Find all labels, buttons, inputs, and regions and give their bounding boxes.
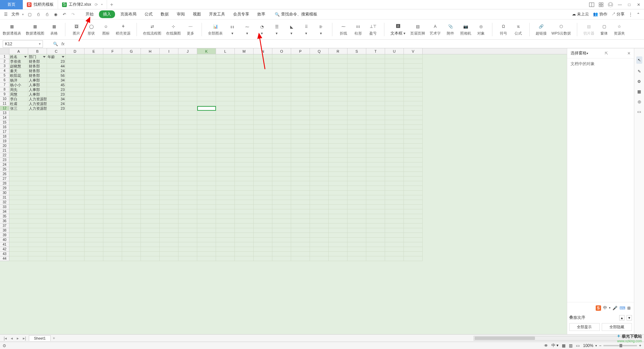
sheet-nav-first[interactable]: |◂ [3, 336, 8, 341]
record-macro-icon[interactable]: ⊙ [3, 343, 6, 348]
rib-cloud-data[interactable]: ⬡WPS云数据 [551, 23, 571, 36]
show-all-button[interactable]: 全部显示 [569, 323, 600, 331]
menu-review[interactable]: 审阅 [174, 10, 187, 18]
sheet-nav-next[interactable]: ▸ [16, 336, 20, 341]
rib-attach[interactable]: 📎附件 [445, 23, 455, 36]
avatar-icon[interactable] [608, 2, 613, 7]
grid-tool-icon[interactable]: ▦ [637, 89, 641, 94]
menu-insert[interactable]: 插入 [99, 10, 115, 18]
menu-data[interactable]: 数据 [158, 10, 171, 18]
hamburger-icon[interactable]: ☰ [3, 11, 9, 17]
view-zhong-icon[interactable]: 中 ▾ [551, 343, 558, 348]
location-tool-icon[interactable]: ◎ [638, 99, 641, 104]
command-search[interactable]: 🔍查找命令、搜索模板 [275, 11, 317, 17]
rib-header-footer[interactable]: ▤页眉页脚 [410, 23, 425, 36]
rib-pivot-chart[interactable]: ▦数据透视图 [26, 23, 44, 36]
rib-bar-chart[interactable]: ⫾⫾▾ [227, 23, 237, 36]
view-page-icon[interactable]: ▥ [569, 343, 573, 348]
rib-hbar-chart[interactable]: ☰▾ [272, 23, 282, 36]
share-button[interactable]: ↗ 分享 [611, 11, 625, 17]
rib-icon[interactable]: ☺图标 [101, 23, 111, 36]
rib-scatter-chart[interactable]: ⠿▾ [301, 23, 311, 36]
rib-sparkline-bar[interactable]: ⫾⫾柱形 [353, 23, 363, 36]
rib-sparkline-updown[interactable]: ⊥⊤盈亏 [368, 23, 378, 36]
sheet-tab-1[interactable]: Sheet1 [29, 335, 51, 341]
rib-sparkline-line[interactable]: ⁓折线 [338, 23, 348, 36]
name-box[interactable]: K12▾ [3, 40, 43, 48]
fx-icon[interactable]: fx [61, 42, 64, 46]
rib-pivot-table[interactable]: ▦数据透视表 [3, 23, 21, 36]
layout-icon[interactable] [589, 2, 594, 7]
rib-resource[interactable]: ☆资源夹 [614, 23, 625, 36]
more-menu[interactable]: ⋮ [629, 12, 633, 17]
rib-online-flow[interactable]: ⇄在线流程图 [143, 23, 161, 36]
rib-equation[interactable]: ℼ公式 [513, 23, 523, 36]
view-normal-icon[interactable]: ▦ [562, 343, 566, 348]
menu-formula[interactable]: 公式 [142, 10, 155, 18]
add-sheet-button[interactable]: + [53, 336, 55, 341]
collapse-ribbon[interactable]: ⌃ [637, 12, 640, 17]
close-button[interactable]: ✕ [636, 2, 641, 7]
menu-dev[interactable]: 开发工具 [206, 10, 228, 18]
rib-camera[interactable]: 📷照相机 [460, 23, 471, 36]
pane-pin-icon[interactable]: ⇱ [605, 51, 608, 56]
book-tool-icon[interactable]: ▭ [637, 109, 641, 114]
rib-pie-chart[interactable]: ◔▾ [257, 23, 267, 36]
rib-docer[interactable]: ⚘稻壳资源 [116, 23, 130, 36]
print-icon[interactable]: ⎙ [44, 11, 50, 17]
rib-textbox[interactable]: 🅰文本框 ▾ [390, 22, 406, 36]
zoom-slider[interactable] [603, 345, 637, 346]
rib-picture[interactable]: 🖼图片 [71, 23, 82, 36]
collab-button[interactable]: 👥 协作 [593, 11, 607, 17]
menu-vip[interactable]: 会员专享 [230, 10, 252, 18]
menu-start[interactable]: 开始 [83, 10, 96, 18]
zoom-out-icon[interactable]: − [599, 343, 601, 348]
rib-online-mind[interactable]: ⊹在线脑图 [166, 23, 181, 36]
hide-all-button[interactable]: 全部隐藏 [602, 323, 632, 331]
rib-form[interactable]: ▢窗体 [599, 23, 609, 36]
settings-tool-icon[interactable]: ⚙ [637, 79, 641, 84]
file-menu[interactable]: 文件 [11, 11, 19, 17]
cloud-sync[interactable]: ☁ 未上云 [572, 11, 589, 17]
rib-object[interactable]: ◎对象 [476, 23, 486, 36]
undo-icon[interactable]: ↶ [61, 11, 67, 17]
view-eye-icon[interactable]: 👁 [544, 343, 548, 348]
menu-view[interactable]: 视图 [190, 10, 204, 18]
tab-workbook[interactable]: S 工作簿2.xlsx ⟳ • [58, 0, 107, 9]
zoom-in-icon[interactable]: + [639, 343, 641, 348]
pane-close-icon[interactable]: ✕ [627, 51, 631, 56]
menu-layout[interactable]: 页面布局 [118, 10, 139, 18]
rib-line-chart[interactable]: ⁓▾ [242, 23, 252, 36]
sheet-nav-last[interactable]: ▸| [22, 336, 27, 341]
redo-icon[interactable]: ↷ [70, 11, 76, 17]
style-tool-icon[interactable]: ✎ [638, 69, 641, 74]
rib-shape[interactable]: ◯形状 [86, 23, 96, 36]
spreadsheet-grid[interactable]: ABCDEFGHIJKLMNOPQRSTUV1姓名部门年龄2李依依财务部233赵… [0, 48, 567, 334]
ime-indicator[interactable]: S中•🎤⌨⊞ [569, 304, 632, 311]
order-up-icon[interactable]: ▴ [619, 315, 625, 320]
rib-all-charts[interactable]: 📊全部图表 [208, 23, 223, 36]
rib-table[interactable]: ▦表格 [49, 23, 59, 36]
zoom-control[interactable]: 100%▾ − + [583, 343, 641, 348]
menu-efficiency[interactable]: 效率 [255, 10, 268, 18]
order-down-icon[interactable]: ▾ [627, 315, 632, 320]
minimize-button[interactable]: — [617, 2, 623, 7]
rib-area-chart[interactable]: ◣▾ [286, 23, 297, 36]
rib-more[interactable]: ⋯更多 [185, 23, 196, 36]
sheet-nav-prev[interactable]: ◂ [10, 336, 14, 341]
rib-hyperlink[interactable]: 🔗超链接 [536, 23, 547, 36]
tab-home[interactable]: 首页 [0, 0, 23, 9]
maximize-button[interactable]: □ [627, 2, 632, 7]
view-break-icon[interactable]: ▭ [576, 343, 580, 348]
horizontal-scrollbar[interactable] [474, 336, 641, 341]
select-tool-icon[interactable]: ↖ [636, 56, 642, 64]
open-icon[interactable]: ▢ [26, 11, 33, 17]
new-tab-button[interactable]: + [107, 2, 116, 8]
preview-icon[interactable]: ◉ [53, 11, 59, 17]
grid-icon[interactable] [598, 2, 604, 7]
rib-symbol[interactable]: Ω符号 [498, 23, 508, 36]
tab-template[interactable]: D 找稻壳模板 [23, 0, 58, 9]
save-icon[interactable]: ⎙ [35, 11, 41, 17]
rib-stock-chart[interactable]: ⊪▾ [316, 23, 326, 36]
search-fn-icon[interactable]: 🔍 [53, 42, 58, 46]
